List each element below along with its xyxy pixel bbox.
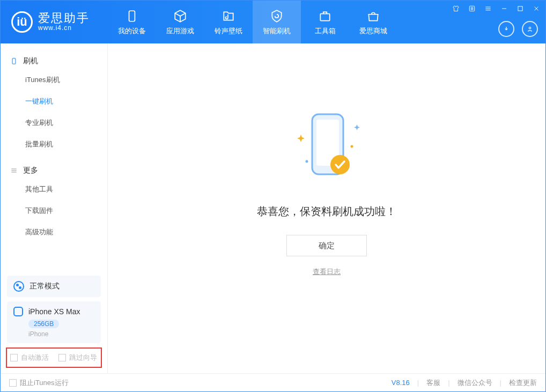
minimize-icon[interactable] — [499, 4, 509, 13]
header: iü 爱思助手 www.i4.cn 我的设备 应用游戏 铃声壁纸 智能刷机 — [1, 1, 545, 43]
tab-my-device[interactable]: 我的设备 — [108, 1, 156, 43]
app-url: www.i4.cn — [38, 24, 90, 32]
close-icon[interactable] — [532, 4, 541, 13]
sidebar-item-download-firmware[interactable]: 下载固件 — [1, 200, 107, 221]
tab-ringtones[interactable]: 铃声壁纸 — [204, 1, 253, 43]
checkbox-block-itunes[interactable]: 阻止iTunes运行 — [9, 378, 69, 388]
ok-button[interactable]: 确定 — [286, 235, 367, 256]
sidebar-item-advanced[interactable]: 高级功能 — [1, 221, 107, 243]
phone-icon — [10, 56, 18, 66]
footer: 阻止iTunes运行 V8.16 | 客服 | 微信公众号 | 检查更新 — [1, 373, 545, 391]
svg-rect-3 — [518, 6, 522, 11]
success-illustration — [281, 108, 372, 188]
device-icon — [125, 8, 139, 24]
tab-smart-flash[interactable]: 智能刷机 — [253, 1, 301, 43]
sidebar-item-oneclick-flash[interactable]: 一键刷机 — [1, 91, 107, 112]
svg-rect-0 — [129, 11, 135, 21]
shield-refresh-icon — [270, 8, 284, 24]
app-window: iü 爱思助手 www.i4.cn 我的设备 应用游戏 铃声壁纸 智能刷机 — [0, 0, 546, 392]
maximize-icon[interactable] — [515, 4, 525, 13]
sidebar-item-itunes-flash[interactable]: iTunes刷机 — [1, 69, 107, 91]
device-capacity: 256GB — [28, 320, 59, 328]
music-folder-icon — [222, 8, 235, 24]
device-icon — [13, 307, 23, 316]
svg-point-10 — [351, 145, 353, 148]
list-icon[interactable] — [467, 4, 477, 13]
main-content: 恭喜您，保资料刷机成功啦！ 确定 查看日志 — [108, 43, 545, 373]
version-label: V8.16 — [392, 379, 410, 387]
sidebar-section-flash: 刷机 — [1, 53, 107, 69]
logo-icon: iü — [11, 11, 33, 33]
footer-link-update[interactable]: 检查更新 — [509, 378, 537, 388]
body: 刷机 iTunes刷机 一键刷机 专业刷机 批量刷机 更多 其他工具 下载固件 … — [1, 43, 545, 373]
logo[interactable]: iü 爱思助手 www.i4.cn — [1, 1, 108, 43]
more-icon — [10, 166, 18, 175]
device-type: iPhone — [28, 330, 94, 338]
svg-point-8 — [330, 155, 350, 174]
app-name: 爱思助手 — [38, 12, 90, 24]
shirt-icon[interactable] — [451, 4, 461, 13]
device-name: iPhone XS Max — [28, 307, 80, 316]
svg-point-9 — [306, 160, 308, 163]
tab-apps-games[interactable]: 应用游戏 — [156, 1, 204, 43]
user-button[interactable] — [522, 21, 538, 37]
checkbox-auto-activate[interactable]: 自动激活 — [10, 353, 49, 363]
cube-icon — [173, 8, 187, 24]
checkbox-skip-guide[interactable]: 跳过向导 — [58, 353, 97, 363]
sidebar-item-pro-flash[interactable]: 专业刷机 — [1, 112, 107, 134]
sidebar: 刷机 iTunes刷机 一键刷机 专业刷机 批量刷机 更多 其他工具 下载固件 … — [1, 43, 108, 373]
sidebar-item-batch-flash[interactable]: 批量刷机 — [1, 134, 107, 155]
mode-card[interactable]: 正常模式 — [7, 276, 101, 297]
checkbox-icon — [9, 379, 17, 387]
checkbox-icon — [58, 354, 66, 361]
header-right — [451, 1, 545, 43]
footer-link-support[interactable]: 客服 — [426, 378, 440, 388]
device-card[interactable]: iPhone XS Max 256GB iPhone — [7, 301, 101, 343]
mode-label: 正常模式 — [29, 282, 60, 291]
store-icon — [366, 8, 380, 24]
checkbox-icon — [10, 354, 18, 361]
window-controls — [451, 4, 541, 13]
mode-icon — [13, 281, 24, 292]
svg-rect-1 — [320, 14, 329, 21]
sidebar-section-more: 更多 — [1, 162, 107, 179]
main-tabs: 我的设备 应用游戏 铃声壁纸 智能刷机 工具箱 爱思商城 — [108, 1, 397, 43]
view-log-link[interactable]: 查看日志 — [313, 267, 341, 277]
tab-toolbox[interactable]: 工具箱 — [301, 1, 349, 43]
sidebar-item-other-tools[interactable]: 其他工具 — [1, 179, 107, 200]
footer-link-wechat[interactable]: 微信公众号 — [458, 378, 492, 388]
tab-store[interactable]: 爱思商城 — [349, 1, 397, 43]
download-button[interactable] — [498, 21, 514, 37]
success-message: 恭喜您，保资料刷机成功啦！ — [257, 204, 396, 219]
highlighted-options: 自动激活 跳过向导 — [6, 347, 102, 368]
svg-rect-5 — [12, 58, 16, 64]
svg-point-4 — [529, 27, 531, 29]
menu-icon[interactable] — [483, 4, 493, 13]
toolbox-icon — [318, 8, 332, 24]
